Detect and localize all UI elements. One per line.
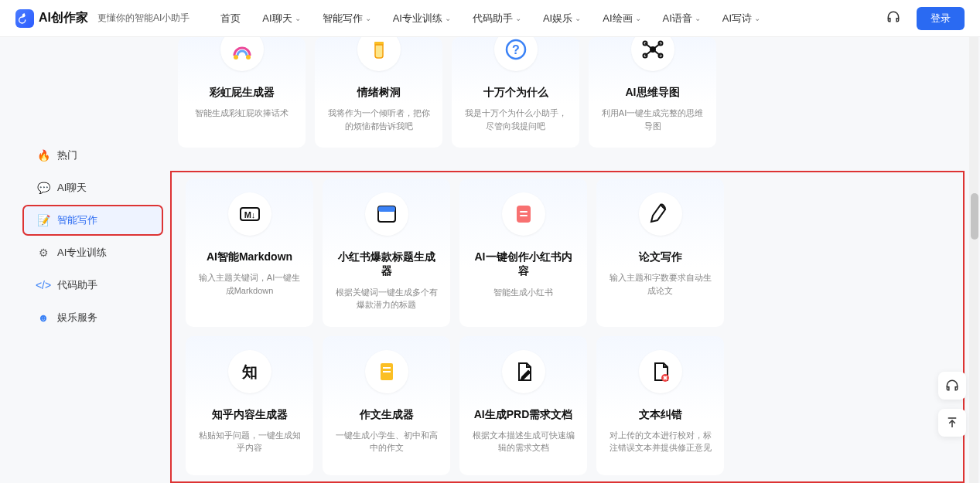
nav-item-0[interactable]: 首页	[220, 12, 241, 26]
chevron-down-icon: ⌄	[754, 14, 760, 22]
window-icon	[365, 192, 408, 236]
sidebar-item-5[interactable]: ☻娱乐服务	[23, 303, 162, 332]
nav-item-6[interactable]: AI绘画⌄	[603, 12, 640, 26]
svg-text:?: ?	[512, 43, 520, 56]
card-title: 论文写作	[639, 250, 682, 264]
svg-rect-20	[383, 371, 391, 372]
sidebar-label: 智能写作	[57, 213, 97, 227]
sidebar-item-4[interactable]: </>代码助手	[23, 270, 162, 300]
doc-icon	[365, 350, 408, 393]
card-desc: 利用AI一键生成完整的思维导图	[599, 107, 705, 132]
markdown-icon: M↓	[228, 192, 271, 236]
sidebar-icon: 💬	[37, 182, 50, 194]
card-title: 文本纠错	[639, 407, 682, 421]
docerr-icon	[639, 350, 682, 393]
card[interactable]: M↓AI智能Markdown输入主题关键词，AI一键生成Markdown	[186, 179, 313, 326]
card[interactable]: AI思维导图利用AI一键生成完整的思维导图	[589, 37, 716, 148]
card[interactable]: 论文写作输入主题和字数要求自动生成论文	[596, 179, 724, 326]
main-card-grid: M↓AI智能Markdown输入主题关键词，AI一键生成Markdown小红书爆…	[178, 179, 957, 474]
content: 🔥热门💬AI聊天📝智能写作⚙AI专业训练</>代码助手☻娱乐服务 彩虹屁生成器智…	[0, 37, 980, 483]
nav-item-7[interactable]: AI语音⌄	[663, 12, 701, 26]
card-desc: 输入主题和字数要求自动生成论文	[607, 271, 713, 297]
svg-point-0	[234, 55, 238, 60]
card[interactable]: AI一键创作小红书内容智能生成小红书	[459, 179, 587, 326]
chevron-down-icon: ⌄	[445, 14, 451, 22]
card-desc: 根据文本描述生成可快速编辑的需求文档	[470, 429, 576, 454]
card-desc: 输入主题关键词，AI一键生成Markdown	[196, 271, 302, 297]
card-desc: 我是十万个为什么小助手，尽管向我提问吧	[463, 107, 569, 132]
scrollbar-track[interactable]	[969, 37, 978, 483]
pen-icon	[639, 192, 682, 236]
card[interactable]: 作文生成器一键生成小学生、初中和高中的作文	[323, 336, 450, 475]
sidebar-item-0[interactable]: 🔥热门	[23, 141, 162, 170]
support-icon[interactable]	[886, 9, 901, 28]
card[interactable]: 情绪树洞我将作为一个倾听者，把你的烦恼都告诉我吧	[315, 37, 442, 148]
svg-rect-14	[517, 206, 531, 223]
sidebar-label: 代码助手	[57, 278, 97, 292]
card-title: 小红书爆款标题生成器	[333, 250, 439, 277]
card-title: AI一键创作小红书内容	[470, 250, 576, 277]
logo-subtitle: 更懂你的智能AI小助手	[97, 12, 190, 25]
main: 彩虹屁生成器智能生成彩虹屁吹捧话术情绪树洞我将作为一个倾听者，把你的烦恼都告诉我…	[170, 37, 965, 483]
chevron-down-icon: ⌄	[515, 14, 521, 22]
card-desc: 我将作为一个倾听者，把你的烦恼都告诉我吧	[326, 107, 432, 132]
logo-text: AI创作家	[39, 10, 88, 26]
nav-item-2[interactable]: 智能写作⌄	[323, 12, 371, 26]
nav-item-4[interactable]: 代码助手⌄	[473, 12, 521, 26]
sidebar-item-2[interactable]: 📝智能写作	[23, 206, 162, 235]
svg-point-1	[246, 55, 251, 60]
card-title: 知乎内容生成器	[212, 407, 288, 421]
back-to-top-button[interactable]	[938, 409, 966, 437]
nav-item-3[interactable]: AI专业训练⌄	[393, 12, 451, 26]
nav-item-1[interactable]: AI聊天⌄	[262, 12, 300, 26]
sidebar-label: AI专业训练	[57, 246, 107, 260]
svg-rect-19	[383, 367, 391, 369]
logo-icon	[15, 9, 34, 28]
nav: 首页AI聊天⌄智能写作⌄AI专业训练⌄代码助手⌄AI娱乐⌄AI绘画⌄AI语音⌄A…	[220, 12, 760, 26]
float-support-button[interactable]	[938, 372, 966, 400]
topbar: AI创作家 更懂你的智能AI小助手 首页AI聊天⌄智能写作⌄AI专业训练⌄代码助…	[0, 0, 980, 37]
sidebar-icon: </>	[37, 279, 50, 291]
sidebar-label: AI聊天	[57, 181, 87, 195]
top-card-grid: 彩虹屁生成器智能生成彩虹屁吹捧话术情绪树洞我将作为一个倾听者，把你的烦恼都告诉我…	[170, 37, 965, 148]
svg-rect-16	[520, 215, 528, 216]
logo-area[interactable]: AI创作家	[15, 9, 88, 28]
sidebar-item-1[interactable]: 💬AI聊天	[23, 173, 162, 202]
card-desc: 对上传的文本进行校对，标注错误文本并提供修正意见	[607, 429, 713, 454]
chevron-down-icon: ⌄	[635, 14, 641, 22]
card-title: 作文生成器	[360, 407, 414, 421]
card-title: 彩虹屁生成器	[210, 85, 275, 99]
chevron-down-icon: ⌄	[695, 14, 701, 22]
zhi-icon: 知	[228, 350, 271, 393]
nav-item-8[interactable]: AI写诗⌄	[722, 12, 760, 26]
chevron-down-icon: ⌄	[365, 14, 371, 22]
sidebar-label: 热门	[57, 148, 77, 162]
sidebar-icon: 📝	[37, 214, 50, 226]
sidebar-icon: ⚙	[37, 247, 50, 259]
docedit-icon	[502, 350, 545, 393]
card-title: AI思维导图	[626, 85, 680, 99]
card-title: AI智能Markdown	[207, 250, 292, 264]
note-icon	[502, 192, 545, 236]
card-desc: 一键生成小学生、初中和高中的作文	[333, 429, 439, 454]
card-desc: 根据关键词一键生成多个有爆款潜力的标题	[333, 286, 439, 311]
card[interactable]: 彩虹屁生成器智能生成彩虹屁吹捧话术	[178, 37, 306, 148]
card-title: 十万个为什么	[483, 85, 548, 99]
card-desc: 粘贴知乎问题，一键生成知乎内容	[196, 429, 302, 454]
sidebar-item-3[interactable]: ⚙AI专业训练	[23, 238, 162, 267]
card[interactable]: 小红书爆款标题生成器根据关键词一键生成多个有爆款潜力的标题	[323, 179, 450, 326]
scrollbar-thumb[interactable]	[971, 193, 978, 240]
card[interactable]: AI生成PRD需求文档根据文本描述生成可快速编辑的需求文档	[459, 336, 587, 475]
float-buttons	[938, 372, 966, 437]
chevron-down-icon: ⌄	[575, 14, 581, 22]
svg-rect-15	[520, 211, 528, 213]
card[interactable]: ?十万个为什么我是十万个为什么小助手，尽管向我提问吧	[452, 37, 579, 148]
card[interactable]: 知知乎内容生成器粘贴知乎问题，一键生成知乎内容	[186, 336, 313, 475]
card[interactable]: 文本纠错对上传的文本进行校对，标注错误文本并提供修正意见	[596, 336, 724, 475]
chevron-down-icon: ⌄	[295, 14, 301, 22]
sidebar: 🔥热门💬AI聊天📝智能写作⚙AI专业训练</>代码助手☻娱乐服务	[15, 37, 170, 483]
svg-text:知: 知	[241, 363, 258, 380]
login-button[interactable]: 登录	[917, 7, 965, 30]
topbar-right: 登录	[886, 7, 965, 30]
nav-item-5[interactable]: AI娱乐⌄	[543, 12, 581, 26]
